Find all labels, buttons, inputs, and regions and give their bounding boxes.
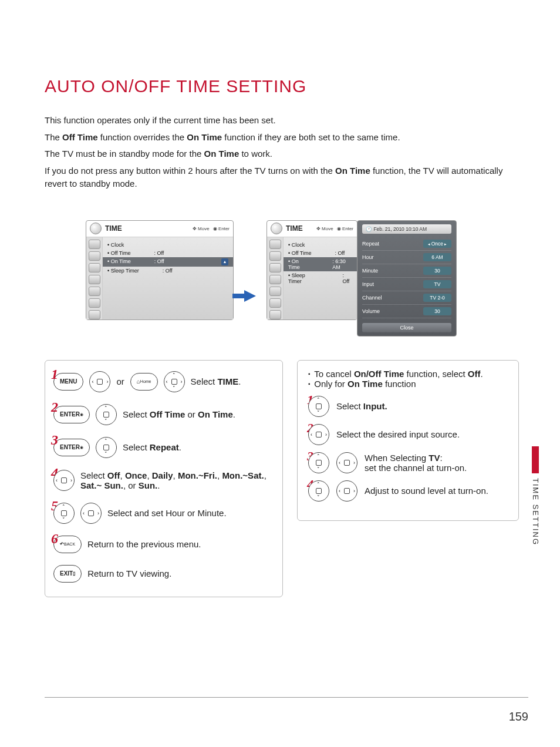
osd-sidebar xyxy=(86,237,103,319)
note-1: To cancel On/Off Time function, select O… xyxy=(308,369,508,379)
sidebar-icon xyxy=(89,287,100,296)
osd-selected-row: On Time: 6:30 AM xyxy=(284,257,357,271)
step-number: 1 xyxy=(51,366,58,382)
nav-ud-icon: ˄˅ xyxy=(53,503,75,524)
sidebar-icon xyxy=(269,263,281,272)
sidebar-icon xyxy=(89,275,100,284)
sidebar-icon xyxy=(269,298,281,308)
nav-ud-icon: ˄˅ xyxy=(96,437,117,458)
sidebar-icon xyxy=(89,263,100,272)
osd-selected-row: On Time: Off▲ xyxy=(103,257,233,267)
side-tab-label: TIME SETTING xyxy=(531,478,540,546)
osd-sidebar xyxy=(267,237,284,319)
detail-hour-value: 6 AM xyxy=(423,253,451,261)
detail-date: 🕐 Feb. 21, 2010 10:10 AM xyxy=(362,224,451,234)
clock-icon xyxy=(271,223,282,234)
osd-list: Clock Off Time: Off On Time: 6:30 AM Sle… xyxy=(284,237,357,319)
page-title: AUTO ON/OFF TIME SETTING xyxy=(45,76,519,96)
nav-ud-icon: ˄˅ xyxy=(308,480,329,502)
step-number: 6 xyxy=(51,531,58,547)
osd-list: Clock Off Time: Off On Time: Off▲ Sleep … xyxy=(103,237,233,319)
detail-volume-value: 30 xyxy=(423,307,451,315)
intro-p4: If you do not press any button within 2 … xyxy=(45,164,519,191)
step-number: 3 xyxy=(51,432,58,448)
sidebar-icon xyxy=(89,298,100,308)
step-number: 2 xyxy=(51,399,58,415)
osd-left: TIME ✥ Move◉ Enter Clock Off Time: Off O… xyxy=(86,220,234,320)
nav-lr-icon: ‹› xyxy=(308,424,329,445)
nav-lr-icon: ‹› xyxy=(336,480,357,502)
intro-p2: The Off Time function overrides the On T… xyxy=(45,131,519,144)
exit-button: EXIT ▯ xyxy=(53,565,82,583)
nav-ud-icon: ˄˅ xyxy=(308,452,329,473)
nav-all-icon: ‹›˄˅ xyxy=(164,371,185,392)
steps-panel: 1 MENU ‹› or ⌂Home ‹›˄˅ Select TIME. 2 E… xyxy=(45,360,283,597)
sidebar-icon xyxy=(269,240,281,249)
osd-title: TIME xyxy=(286,224,303,233)
arrow-right-icon xyxy=(244,290,256,302)
sidebar-icon xyxy=(269,275,281,284)
detail-repeat-value: Once xyxy=(423,240,451,248)
or-text: or xyxy=(116,376,124,386)
intro-block: This function operates only if the curre… xyxy=(45,114,519,191)
side-tab-marker xyxy=(532,446,539,473)
clock-icon xyxy=(90,223,102,234)
sidebar-icon xyxy=(89,251,100,261)
nav-lr-icon: ‹› xyxy=(53,470,75,491)
notes-panel: To cancel On/Off Time function, select O… xyxy=(297,360,519,521)
detail-channel-value: TV 2-0 xyxy=(423,294,451,302)
intro-p1: This function operates only if the curre… xyxy=(45,114,519,127)
sidebar-icon xyxy=(269,310,281,319)
nav-ud-icon: ˄˅ xyxy=(96,404,117,425)
detail-close: Close xyxy=(362,323,451,332)
home-button: ⌂Home xyxy=(130,373,158,391)
intro-p3: The TV must be in standby mode for the O… xyxy=(45,147,519,161)
nav-lr-icon: ‹› xyxy=(336,452,357,473)
osd-right: TIME ✥ Move◉ Enter Clock xyxy=(266,220,357,320)
nav-lr-icon: ‹› xyxy=(80,503,102,524)
enter-button: ENTER◉ xyxy=(53,406,90,423)
osd-title: TIME xyxy=(105,224,122,233)
detail-minute-value: 30 xyxy=(423,267,451,275)
sidebar-icon xyxy=(269,287,281,296)
spinner-icon: ▲ xyxy=(221,258,228,265)
detail-panel: 🕐 Feb. 21, 2010 10:10 AM RepeatOnce Hour… xyxy=(357,220,457,337)
sidebar-icon xyxy=(269,251,281,261)
nav-lr-icon: ‹› xyxy=(89,371,110,392)
side-tab: TIME SETTING xyxy=(528,446,542,546)
detail-input-value: TV xyxy=(423,280,451,288)
sidebar-icon xyxy=(89,240,100,249)
page-number: 159 xyxy=(509,710,528,724)
sidebar-icon xyxy=(89,310,100,319)
nav-ud-icon: ˄˅ xyxy=(308,396,329,417)
enter-button: ENTER◉ xyxy=(53,439,90,456)
note-2: Only for On Time function xyxy=(308,379,508,389)
footer-rule xyxy=(45,697,528,698)
